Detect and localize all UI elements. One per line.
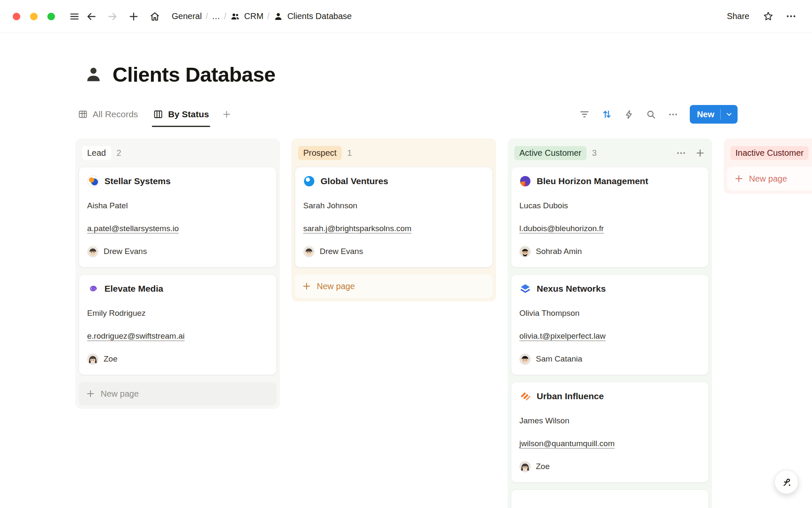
board-view-icon [153,109,163,119]
breadcrumb-item-general[interactable]: General [168,10,205,23]
card-bleu-horizon-management[interactable]: Bleu Horizon Management Lucas Dubois l.d… [511,167,709,268]
new-page-button-inactive[interactable]: New page [727,167,812,190]
card-title: Stellar Systems [104,176,170,186]
nav-controls [83,8,163,25]
sort-button[interactable] [601,109,612,120]
breadcrumb-clients-database-label: Clients Database [287,11,351,21]
breadcrumb-crm-label: CRM [244,11,263,21]
column-count: 3 [592,148,597,158]
back-button[interactable] [83,8,100,25]
ellipsis-icon [668,109,678,120]
tab-label: By Status [168,109,209,119]
email-link[interactable]: a.patel@stellarsystems.io [86,222,180,235]
favorite-star-button[interactable] [760,8,776,25]
column-more-button[interactable] [676,148,686,158]
contact-name: Emily Rodriguez [86,307,269,320]
board-column-lead: Lead 2 Stellar Systems Aisha Patel a.pat… [75,138,280,409]
view-tabs: All Records By Status [78,102,232,127]
owner-field: Sam Catania [518,353,701,365]
breadcrumb-item-clients-database[interactable]: Clients Database [270,10,355,23]
forward-button[interactable] [104,8,121,25]
new-page-button-prospect[interactable]: New page [295,274,493,298]
card-elevate-media[interactable]: Elevate Media Emily Rodriguez e.rodrigue… [79,274,277,375]
tab-label: All Records [93,109,138,119]
new-page-label: New page [317,282,355,291]
card-title: Elevate Media [104,284,163,294]
view-toolbar: New [579,105,738,124]
new-record-dropdown-button[interactable] [721,110,738,119]
close-window-button[interactable] [13,13,20,20]
table-view-icon [78,109,88,119]
status-badge-active-customer[interactable]: Active Customer [514,146,587,160]
card-urban-influence[interactable]: Urban Influence James Wilson jwilson@qua… [511,382,709,483]
zoom-window-button[interactable] [47,13,55,20]
column-header: Active Customer 3 [511,142,709,167]
email-link[interactable]: sarah.j@brightsparksolns.com [302,222,412,235]
forward-arrow-icon [107,11,118,22]
email-link[interactable]: jwilson@quantumquill.com [518,437,615,450]
people-icon [230,11,240,22]
plus-icon [695,148,705,158]
breadcrumb-separator: / [267,11,270,21]
sidebar-toggle-button[interactable] [66,8,83,25]
owner-field: Zoe [518,460,701,473]
window-controls [13,13,55,20]
blue-layers-logo [519,283,531,295]
new-record-button[interactable]: New [690,110,720,119]
avatar-zoe [519,461,531,472]
tab-all-records[interactable]: All Records [78,102,138,127]
card-partial[interactable] [511,489,709,508]
email-link[interactable]: l.dubois@bleuhorizon.fr [518,222,605,235]
card-global-ventures[interactable]: Global Ventures Sarah Johnson sarah.j@br… [295,167,493,268]
card-nexus-networks[interactable]: Nexus Networks Olivia Thompson olivia.t@… [511,274,709,375]
tab-by-status[interactable]: By Status [153,102,209,127]
share-button[interactable]: Share [723,9,754,24]
orange-blue-globe-logo [87,175,99,187]
owner-name: Sohrab Amin [536,245,582,258]
filter-button[interactable] [579,109,590,120]
column-add-card-button[interactable] [695,148,705,158]
add-view-button[interactable] [222,109,232,119]
breadcrumb-ellipsis[interactable]: … [208,10,224,23]
ai-assistant-button[interactable] [774,470,798,494]
hamburger-icon [69,11,80,22]
automation-button[interactable] [624,109,634,120]
lightning-icon [624,109,634,120]
page-title: Clients Database [112,63,275,86]
new-page-button-lead[interactable]: New page [79,382,277,406]
avatar-sam-catania [519,353,531,365]
window-titlebar: General / … / CRM / Clients Database Sha… [0,0,812,33]
avatar-drew-evans [303,246,315,257]
breadcrumb-item-crm[interactable]: CRM [227,10,267,23]
views-bar: All Records By Status New [78,102,738,127]
email-link[interactable]: e.rodriguez@swiftstream.ai [86,330,185,342]
ellipsis-icon [676,148,686,158]
view-more-button[interactable] [668,109,678,120]
contact-name: Sarah Johnson [302,199,485,212]
plus-icon [85,389,96,399]
column-header: Prospect 1 [295,142,493,167]
card-stellar-systems[interactable]: Stellar Systems Aisha Patel a.patel@stel… [79,167,277,268]
owner-field: Drew Evans [86,245,269,258]
owner-name: Sam Catania [536,353,582,365]
more-options-button[interactable] [782,8,799,25]
search-icon [646,109,656,120]
email-link[interactable]: olivia.t@pixelperfect.law [518,330,606,342]
contact-name: James Wilson [518,414,701,427]
column-count: 2 [117,148,121,158]
page-header: Clients Database [84,63,275,86]
breadcrumb-separator: / [224,11,227,21]
contact-name: Lucas Dubois [518,199,701,212]
status-badge-inactive-customer[interactable]: Inactive Customer [730,146,809,160]
home-button[interactable] [146,8,163,25]
new-tab-button[interactable] [125,8,142,25]
status-badge-prospect[interactable]: Prospect [298,146,342,160]
minimize-window-button[interactable] [30,13,38,20]
card-title: Global Ventures [321,176,388,186]
home-icon [149,11,160,22]
status-badge-lead[interactable]: Lead [82,146,111,160]
star-icon [763,11,774,22]
owner-field: Drew Evans [302,245,485,258]
owner-name: Drew Evans [104,245,147,258]
search-button[interactable] [646,109,656,120]
